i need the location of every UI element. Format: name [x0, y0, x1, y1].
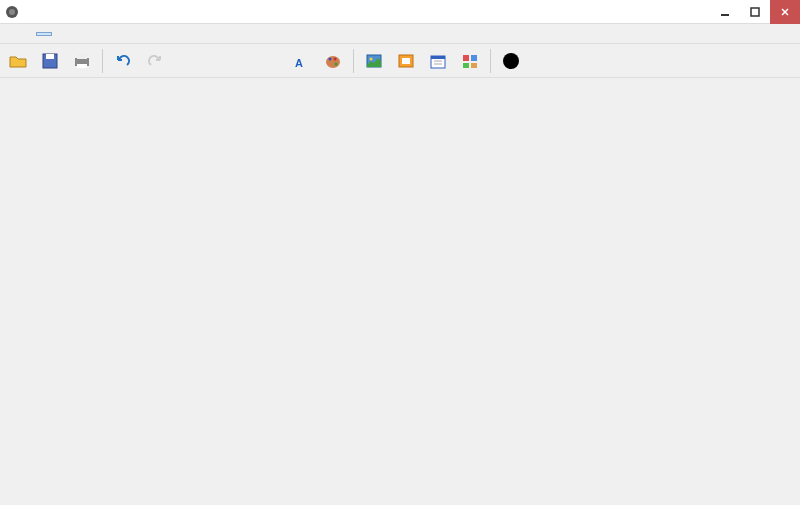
menu-file[interactable] — [4, 32, 20, 36]
svg-rect-2 — [721, 14, 729, 16]
toolbar-separator — [490, 49, 491, 73]
svg-text:A: A — [295, 57, 303, 69]
menu-edit[interactable] — [20, 32, 36, 36]
svg-point-26: I need to restart and provide the comple… — [503, 53, 519, 69]
svg-rect-23 — [471, 55, 477, 61]
menu-image[interactable] — [36, 32, 52, 36]
svg-point-1 — [9, 9, 15, 15]
titlebar — [0, 0, 800, 24]
redo-button[interactable] — [141, 47, 169, 75]
frame-icon[interactable] — [392, 47, 420, 75]
palette-icon[interactable] — [319, 47, 347, 75]
svg-rect-24 — [463, 63, 469, 68]
svg-rect-8 — [77, 64, 87, 68]
svg-rect-17 — [402, 58, 410, 64]
toolbar: A I need to restart and provide the comp… — [0, 44, 800, 78]
help-icon[interactable]: I need to restart and provide the comple… — [497, 47, 525, 75]
open-button[interactable] — [4, 47, 32, 75]
svg-rect-5 — [46, 54, 54, 59]
svg-rect-19 — [431, 56, 445, 59]
undo-button[interactable] — [109, 47, 137, 75]
print-button[interactable] — [68, 47, 96, 75]
svg-point-15 — [370, 57, 373, 60]
svg-point-13 — [335, 62, 338, 65]
image-icon[interactable] — [360, 47, 388, 75]
minimize-button[interactable] — [710, 0, 740, 24]
toolbar-separator — [353, 49, 354, 73]
svg-rect-25 — [471, 63, 477, 68]
menubar — [0, 24, 800, 44]
calendar-icon[interactable] — [424, 47, 452, 75]
menu-effects[interactable] — [52, 32, 68, 36]
save-button[interactable] — [36, 47, 64, 75]
close-button[interactable] — [770, 0, 800, 24]
text-icon[interactable]: A — [287, 47, 315, 75]
maximize-button[interactable] — [740, 0, 770, 24]
app-icon — [0, 0, 24, 24]
svg-point-10 — [326, 56, 340, 68]
menu-help[interactable] — [100, 32, 116, 36]
svg-point-12 — [334, 57, 337, 60]
svg-rect-22 — [463, 55, 469, 61]
svg-rect-7 — [77, 54, 87, 59]
svg-point-11 — [329, 57, 332, 60]
collage-icon[interactable] — [456, 47, 484, 75]
menu-view[interactable] — [84, 32, 100, 36]
menu-decoration[interactable] — [68, 32, 84, 36]
toolbar-separator — [102, 49, 103, 73]
svg-rect-3 — [751, 8, 759, 16]
